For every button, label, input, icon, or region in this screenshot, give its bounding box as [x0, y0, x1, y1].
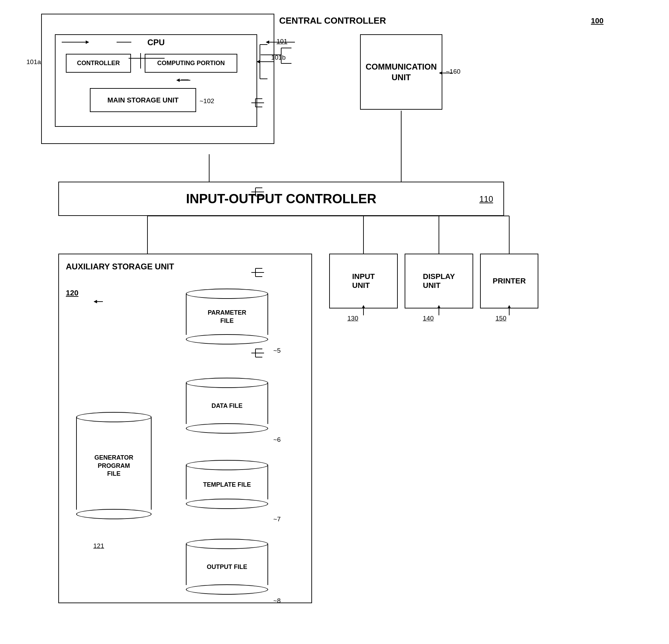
communication-unit-box: COMMUNICATIONUNIT [360, 34, 442, 110]
cpu-ref: 101 [276, 38, 287, 45]
cyl-top-data [186, 378, 268, 388]
cyl-bottom-data [186, 423, 268, 434]
cyl-bottom-template [186, 499, 268, 509]
ref-102: ~102 [200, 97, 214, 105]
ref-130: 130 [347, 315, 358, 322]
ref-120: 120 [66, 289, 79, 297]
printer-box: PRINTER [480, 254, 538, 308]
main-storage-box: MAIN STORAGE UNIT [90, 88, 196, 112]
io-controller-label: INPUT-OUTPUT CONTROLLER [186, 192, 376, 206]
cyl-top-output [186, 539, 268, 549]
cyl-top-template [186, 460, 268, 470]
template-file-label: TEMPLATE FILE [201, 477, 253, 492]
cyl-top-param [186, 289, 268, 299]
output-file-label: OUTPUT FILE [205, 560, 249, 574]
cyl-body-param: PARAMETERFILE [186, 294, 268, 335]
ref-150: 150 [495, 315, 506, 322]
cyl-bottom-gen [76, 509, 152, 519]
ref-101b: 101b [271, 54, 286, 61]
central-controller-box: CENTRAL CONTROLLER 100 CPU 101 CONTROLLE… [41, 14, 274, 144]
io-controller-box: INPUT-OUTPUT CONTROLLER 110 [58, 182, 504, 216]
ref-110: 110 [479, 194, 493, 204]
central-controller-label: CENTRAL CONTROLLER [41, 13, 624, 28]
main-storage-label: MAIN STORAGE UNIT [107, 96, 178, 104]
template-file-cylinder: TEMPLATE FILE [186, 460, 268, 509]
cyl-body-template: TEMPLATE FILE [186, 465, 268, 499]
gen-program-label: GENERATORPROGRAMFILE [93, 450, 135, 481]
param-file-label: PARAMETERFILE [206, 305, 248, 328]
system-diagram: CENTRAL CONTROLLER 100 CPU 101 CONTROLLE… [41, 14, 624, 631]
output-file-cylinder: OUTPUT FILE [186, 539, 268, 595]
ref-101a: 101a [26, 58, 41, 66]
display-unit-label: DISPLAYUNIT [423, 272, 455, 290]
aux-storage-box: AUXILIARY STORAGE UNIT 120 GENERATORPROG… [58, 254, 312, 603]
cyl-body-gen: GENERATORPROGRAMFILE [76, 417, 152, 510]
display-unit-box: DISPLAYUNIT [405, 254, 473, 308]
data-file-label: DATA FILE [210, 399, 244, 413]
computing-portion-box: COMPUTING PORTION [145, 54, 237, 73]
cyl-bottom-param [186, 334, 268, 344]
cpu-label: CPU [56, 38, 256, 47]
ref-160: ~160 [446, 68, 461, 75]
ref-6: ~6 [273, 436, 281, 443]
controller-box: CONTROLLER [66, 54, 131, 73]
data-file-cylinder: DATA FILE [186, 378, 268, 434]
tilde-102: ~ [200, 97, 203, 105]
ref-7: ~7 [273, 515, 281, 523]
controller-label: CONTROLLER [77, 60, 120, 67]
generator-program-file-cylinder: GENERATORPROGRAMFILE [76, 412, 152, 519]
parameter-file-cylinder: PARAMETERFILE [186, 289, 268, 344]
ref-121: 121 [93, 542, 104, 550]
input-unit-label: INPUTUNIT [352, 272, 375, 290]
cyl-body-data: DATA FILE [186, 383, 268, 424]
input-unit-box: INPUTUNIT [329, 254, 398, 308]
comm-unit-label: COMMUNICATIONUNIT [366, 61, 437, 83]
aux-storage-label: AUXILIARY STORAGE UNIT [66, 261, 174, 272]
cpu-box: CPU 101 CONTROLLER 101a COMPUTING PORTIO… [55, 34, 257, 127]
ref-5: ~5 [273, 347, 281, 354]
cyl-top-gen [76, 412, 152, 422]
cyl-bottom-output [186, 584, 268, 595]
central-controller-ref: 100 [591, 16, 604, 25]
cyl-body-output: OUTPUT FILE [186, 544, 268, 585]
ref-140: 140 [423, 315, 434, 322]
computing-label: COMPUTING PORTION [157, 60, 225, 67]
printer-label: PRINTER [493, 277, 526, 285]
ref-8: ~8 [273, 597, 281, 605]
